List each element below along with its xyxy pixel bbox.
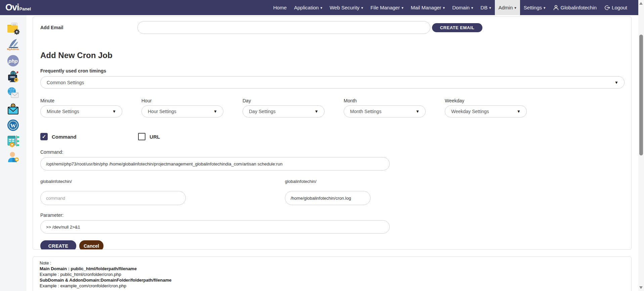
note-line: Example : example_com/cronfolder/cron.ph… <box>40 283 625 289</box>
nav-item-mail-manager[interactable]: Mail Manager <box>407 0 448 15</box>
page-title: Add New Cron Job <box>40 51 624 60</box>
create-button[interactable]: CREATE <box>40 240 76 250</box>
nav-label: Home <box>273 5 287 10</box>
phpmyadmin-text: MyAdmin <box>7 48 19 51</box>
note-line: Example : public_html/cronfolder/cron.ph… <box>40 272 625 277</box>
nav-label: Web Security <box>330 5 359 10</box>
logo-sub-text: Panel <box>19 6 31 11</box>
add-email-row: Add Email CREATE EMAIL <box>40 21 624 34</box>
minute-label: Minute <box>40 98 122 103</box>
command-folder-column: globalinfotechin/ <box>40 179 186 205</box>
weekday-select[interactable]: Weekday Settings <box>445 105 527 117</box>
nav-item-logout[interactable]: Logout <box>600 0 631 15</box>
nav-label: Domain <box>452 5 470 10</box>
scrollbar-thumb[interactable] <box>639 35 643 155</box>
day-select[interactable]: Day Settings <box>243 105 325 117</box>
add-email-label: Add Email <box>40 25 137 30</box>
nav-item-web-security[interactable]: Web Security <box>326 0 367 15</box>
cron-log-input[interactable] <box>285 191 371 205</box>
php-icon[interactable]: php <box>6 54 20 68</box>
scroll-down-arrow-icon[interactable] <box>639 286 643 289</box>
log-folder-column: globalinfotechin/ <box>285 179 371 205</box>
command-input[interactable] <box>40 157 390 171</box>
weekday-value: Weekday Settings <box>451 109 489 114</box>
folder-inputs-row: globalinfotechin/ globalinfotechin/ <box>40 179 624 205</box>
note-line: SubDomain & AddonDomain:DomainFolder/fol… <box>40 277 625 283</box>
logo-main-text: Ovi <box>5 2 19 13</box>
dns-icon[interactable]: DNS <box>6 70 20 84</box>
command-path-input[interactable] <box>40 191 186 205</box>
cron-jobs-icon[interactable] <box>6 134 20 148</box>
month-label: Month <box>344 98 426 103</box>
nav-item-settings[interactable]: Settings <box>520 0 549 15</box>
day-label: Day <box>243 98 325 103</box>
type-checkbox-row: Command URL <box>40 133 624 140</box>
hour-label: Hour <box>141 98 223 103</box>
nav-item-home[interactable]: Home <box>269 0 290 15</box>
nav-item-domain[interactable]: Domain <box>448 0 477 15</box>
cancel-button[interactable]: Cancel <box>79 240 103 250</box>
command-checkbox[interactable] <box>40 133 48 140</box>
minute-select[interactable]: Minute Settings <box>40 105 122 117</box>
ovipanel-app: Ovi Panel Home Application Web Security … <box>0 0 644 291</box>
window-scrollbar[interactable] <box>638 0 644 291</box>
note-line: Note : <box>40 260 625 266</box>
month-select-group: Month Month Settings <box>344 98 426 117</box>
hour-select-group: Hour Hour Settings <box>141 98 223 117</box>
phpmyadmin-icon[interactable]: MyAdmin <box>6 38 20 52</box>
url-checkbox-label: URL <box>149 134 160 140</box>
file-manager-icon[interactable] <box>6 21 20 36</box>
icon-sidebar: MyAdmin php DNS <box>0 15 26 291</box>
nav-label: Mail Manager <box>411 5 441 10</box>
create-email-button[interactable]: CREATE EMAIL <box>432 23 482 32</box>
nav-item-admin[interactable]: Admin <box>495 0 520 15</box>
weekday-select-group: Weekday Weekday Settings <box>445 98 527 117</box>
note-card: Note : Main Domain : public_html/folderp… <box>33 256 632 291</box>
day-value: Day Settings <box>249 109 275 114</box>
nav-item-application[interactable]: Application <box>290 0 326 15</box>
common-settings-value: Common Settings <box>47 80 84 85</box>
username-label: Globalinfotechin <box>561 5 597 10</box>
hour-value: Hour Settings <box>148 109 176 114</box>
folder-prefix-right-label: globalinfotechin/ <box>285 179 371 184</box>
parameter-input[interactable] <box>40 220 390 234</box>
day-select-group: Day Day Settings <box>243 98 325 117</box>
mail-settings-icon[interactable] <box>6 102 20 116</box>
minute-value: Minute Settings <box>47 109 79 114</box>
webmail-icon[interactable] <box>6 86 20 100</box>
url-checkbox-group[interactable]: URL <box>138 133 160 140</box>
nav-item-file-manager[interactable]: File Manager <box>367 0 407 15</box>
ovipanel-logo[interactable]: Ovi Panel <box>0 2 31 13</box>
wordpress-text: W <box>10 123 16 129</box>
nav-menu: Home Application Web Security File Manag… <box>269 0 638 15</box>
add-email-input[interactable] <box>137 21 430 34</box>
nav-item-user[interactable]: Globalinfotechin <box>549 0 601 15</box>
nav-label: Application <box>294 5 318 10</box>
top-navbar: Ovi Panel Home Application Web Security … <box>0 0 638 15</box>
wordpress-icon[interactable]: W <box>6 118 20 132</box>
command-checkbox-group[interactable]: Command <box>40 133 76 140</box>
timings-label: Frequently used cron timings <box>40 68 624 74</box>
nav-label: File Manager <box>371 5 400 10</box>
nav-item-db[interactable]: DB <box>477 0 495 15</box>
note-line: Main Domain : public_html/folderpath/fil… <box>40 266 625 272</box>
hour-select[interactable]: Hour Settings <box>141 105 223 117</box>
weekday-label: Weekday <box>445 98 527 103</box>
folder-prefix-left-label: globalinfotechin/ <box>40 179 186 184</box>
add-user-icon[interactable] <box>6 150 20 164</box>
url-checkbox[interactable] <box>138 133 145 140</box>
logout-label: Logout <box>612 5 627 10</box>
command-field-label: Command: <box>40 149 624 155</box>
month-select[interactable]: Month Settings <box>344 105 426 117</box>
php-text: php <box>8 58 18 64</box>
form-buttons-row: CREATE Cancel <box>40 240 624 250</box>
time-selects-row: Minute Minute Settings Hour Hour Setting… <box>40 98 624 117</box>
common-settings-select[interactable]: Common Settings <box>40 76 625 89</box>
user-icon <box>553 5 559 11</box>
parameter-field-label: Parameter: <box>40 212 624 218</box>
command-checkbox-label: Command <box>52 134 76 140</box>
cron-form-card: Add Email CREATE EMAIL Add New Cron Job … <box>33 16 632 250</box>
scroll-up-arrow-icon[interactable] <box>639 2 643 5</box>
nav-label: DB <box>480 5 487 10</box>
logout-icon <box>604 5 610 11</box>
